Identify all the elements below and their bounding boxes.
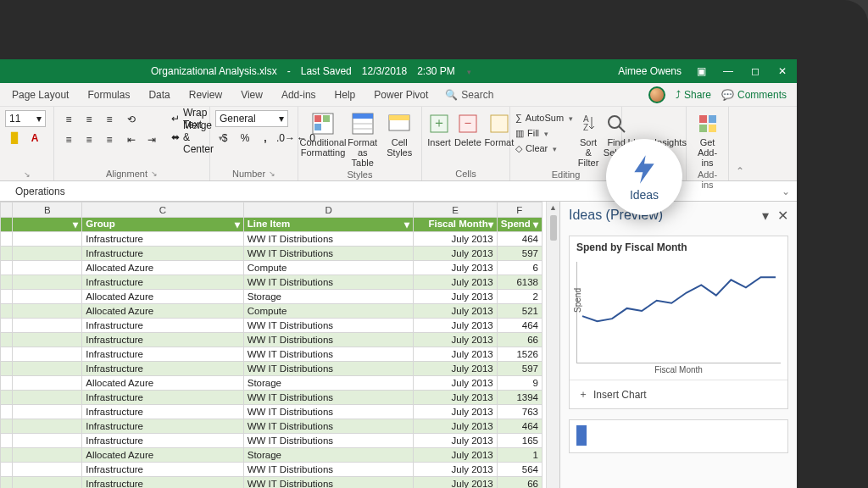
increase-decimal-icon[interactable]: .0→ [276,129,295,147]
vertical-scrollbar[interactable]: ▲ [546,202,559,488]
filter-icon[interactable]: ▾ [488,219,493,230]
close-button[interactable]: ✕ [775,64,790,79]
table-row[interactable]: Allocated AzureStorageJuly 20132 [1,290,542,304]
tab-formulas[interactable]: Formulas [79,86,138,104]
table-row[interactable]: InfrastructureWW IT DistributionsJuly 20… [1,391,542,405]
col-c[interactable]: C [82,202,243,218]
table-row[interactable]: InfrastructureWW IT DistributionsJuly 20… [1,319,542,333]
table-row[interactable]: Allocated AzureStorageJuly 20131 [1,448,542,463]
get-addins-button[interactable]: Get Add-ins [692,110,723,168]
column-headers[interactable]: B C D E F [1,202,542,218]
tab-review[interactable]: Review [181,86,231,104]
orientation-icon[interactable]: ⟲ [122,110,141,129]
align-center-icon[interactable]: ≡ [80,130,98,149]
increase-indent-icon[interactable]: ⇥ [142,130,161,149]
accounting-format-icon[interactable]: $ [215,129,234,147]
percent-format-icon[interactable]: % [236,129,254,147]
coauthor-avatar[interactable] [648,86,665,103]
table-row[interactable]: InfrastructureWW IT DistributionsJuly 20… [1,333,542,347]
minimize-button[interactable]: — [721,64,736,79]
collapse-ribbon-icon[interactable]: ⌃ [729,162,751,180]
maximize-button[interactable]: ◻ [748,64,763,79]
pane-options-icon[interactable]: ▾ [762,208,769,224]
sort-filter-icon: AZ [576,112,600,136]
table-row[interactable]: InfrastructureWW IT DistributionsJuly 20… [1,247,542,261]
number-format-combo[interactable]: General▾ [215,110,288,127]
table-row[interactable]: InfrastructureWW IT DistributionsJuly 20… [1,362,542,376]
table-row[interactable]: InfrastructureWW IT DistributionsJuly 20… [1,405,542,419]
alignment-dialog-launcher-icon[interactable]: ↘ [151,169,158,178]
table-row[interactable]: InfrastructureWW IT DistributionsJuly 20… [1,419,542,434]
col-b[interactable]: B [13,202,82,218]
align-left-icon[interactable]: ≡ [59,130,78,149]
filter-icon[interactable]: ▾ [73,219,78,230]
expand-formula-bar-icon[interactable]: ⌄ [775,186,797,197]
tab-data[interactable]: Data [140,86,178,104]
autosum-dropdown-icon[interactable] [567,113,573,123]
format-as-table-button[interactable]: Format as Table [346,110,380,168]
table-row[interactable]: InfrastructureWW IT DistributionsJuly 20… [1,463,542,477]
plus-icon: ＋ [578,387,588,402]
cell-styles-button[interactable]: Cell Styles [383,110,417,158]
tab-addins[interactable]: Add-ins [273,86,325,104]
tell-me-search[interactable]: 🔍 Search [445,89,493,101]
pane-close-icon[interactable]: ✕ [777,208,788,224]
align-bottom-icon[interactable]: ≡ [100,110,119,129]
comments-button[interactable]: 💬 Comments [721,89,787,101]
fill-dropdown-icon[interactable] [542,128,548,138]
autosum-button[interactable]: ∑AutoSum [515,110,573,125]
insert-cells-button[interactable]: ＋ Insert [427,110,451,147]
table-row[interactable]: Allocated AzureStorageJuly 20139 [1,376,542,391]
delete-cells-button[interactable]: － Delete [454,110,481,147]
align-top-icon[interactable]: ≡ [59,110,78,129]
fill-button[interactable]: ▥Fill [515,125,573,141]
share-label: Share [684,89,711,101]
table-row[interactable]: InfrastructureWW IT DistributionsJuly 20… [1,232,542,247]
number-dialog-launcher-icon[interactable]: ↘ [269,169,275,178]
svg-rect-3 [314,124,321,130]
col-d[interactable]: D [243,202,414,218]
font-dialog-launcher-icon[interactable]: ↘ [24,170,31,179]
align-middle-icon[interactable]: ≡ [80,110,98,129]
table-row[interactable]: InfrastructureWW IT DistributionsJuly 20… [1,347,542,362]
tab-power-pivot[interactable]: Power Pivot [365,86,437,104]
filter-icon[interactable]: ▾ [404,219,409,230]
table-row[interactable]: InfrastructureWW IT DistributionsJuly 20… [1,477,542,489]
table-row[interactable]: Allocated AzureComputeJuly 2013521 [1,304,542,319]
font-size-combo[interactable]: 11▾ [5,110,46,127]
clear-button[interactable]: ◇Clear [515,141,573,156]
decrease-indent-icon[interactable]: ⇤ [122,130,141,149]
saved-dropdown-icon[interactable] [465,65,471,77]
ideas-callout-bubble[interactable]: Ideas [606,139,682,215]
fill-color-icon[interactable]: ▉ [5,129,24,147]
table-row[interactable]: InfrastructureWW IT DistributionsJuly 20… [1,434,542,448]
tab-help[interactable]: Help [326,86,364,104]
align-right-icon[interactable]: ≡ [100,130,119,149]
scroll-up-icon[interactable]: ▲ [549,202,557,214]
account-username[interactable]: Aimee Owens [618,65,682,77]
ideas-card-spend-by-month[interactable]: Spend by Fiscal Month Spend Fiscal Month… [569,236,788,409]
insert-chart-button[interactable]: ＋ Insert Chart [570,380,787,408]
col-f[interactable]: F [497,202,542,218]
worksheet-grid[interactable]: B C D E F ▾ Group▾ Line Item▾ [0,202,546,488]
comma-format-icon[interactable]: , [256,129,275,147]
format-as-table-label: Format as Table [346,137,380,168]
clear-icon: ◇ [515,143,522,154]
share-button[interactable]: ⤴ Share [676,89,711,101]
svg-rect-5 [353,114,373,119]
tab-view[interactable]: View [232,86,271,104]
col-e[interactable]: E [414,202,497,218]
table-row[interactable]: InfrastructureWW IT DistributionsJuly 20… [1,275,542,290]
clear-dropdown-icon[interactable] [551,143,557,153]
scroll-thumb[interactable] [550,215,557,241]
format-cells-button[interactable]: Format [485,110,514,147]
filter-icon[interactable]: ▾ [235,219,240,230]
table-row[interactable]: Allocated AzureComputeJuly 20136 [1,261,542,275]
conditional-formatting-button[interactable]: Conditional Formatting [303,110,342,158]
sort-filter-button[interactable]: AZ Sort & Filter [576,110,600,168]
ribbon-display-options-icon[interactable]: ▣ [693,64,709,79]
ideas-card-secondary[interactable] [569,419,788,453]
tab-page-layout[interactable]: Page Layout [3,86,77,104]
filter-icon[interactable]: ▾ [533,219,538,230]
font-color-icon[interactable]: A [25,129,44,147]
